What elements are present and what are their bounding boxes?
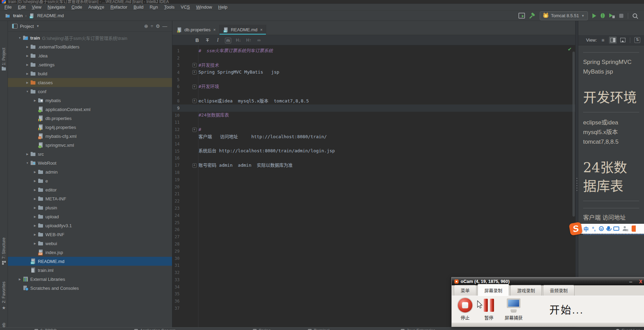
chevron-right-icon[interactable]: ▶ (24, 72, 30, 75)
tree-row-settings[interactable]: ▶.settings (8, 60, 172, 69)
statusbar-event-log[interactable]: Event Log (616, 328, 640, 330)
tool-window-icon[interactable] (518, 13, 525, 19)
chevron-right-icon[interactable]: ▶ (17, 278, 23, 281)
code-line-31[interactable] (198, 262, 575, 269)
locate-file-button[interactable]: ⊕ (144, 24, 148, 29)
tool-window-button-project[interactable]: 1: Project (0, 48, 8, 70)
italic-icon[interactable]: I (214, 37, 222, 43)
code-line-20[interactable] (198, 183, 575, 190)
chevron-right-icon[interactable]: ▶ (32, 242, 38, 245)
fold-end-icon[interactable]: ∧ (192, 163, 197, 168)
tree-row-meta-inf[interactable]: ▶META-INF (8, 194, 172, 203)
view-split-button[interactable] (609, 36, 617, 44)
run-with-coverage-button[interactable] (609, 13, 615, 18)
ocam-tab-item[interactable]: 游戏录制 (510, 285, 542, 296)
menu-item-file[interactable]: File (1, 4, 15, 10)
code-line-29[interactable] (198, 248, 575, 255)
tree-row-plusin[interactable]: ▶plusin (8, 203, 172, 212)
microphone-icon[interactable] (607, 226, 610, 230)
statusbar-item-spring[interactable]: Spring (253, 328, 271, 330)
code-line-12[interactable]: # (198, 126, 575, 133)
fold-collapse-icon[interactable]: ∨ (192, 85, 197, 89)
chevron-right-icon[interactable]: ▶ (32, 215, 38, 218)
tree-row-uploadifyv3-1[interactable]: ▶uploadifyv3.1 (8, 221, 172, 230)
breadcrumb-file[interactable]: README.md (37, 13, 64, 18)
emoji-icon[interactable] (599, 226, 604, 231)
menu-item-code[interactable]: Code (68, 4, 85, 10)
stop-button[interactable] (619, 14, 623, 18)
code-line-25[interactable] (198, 219, 575, 226)
debug-button[interactable] (601, 13, 605, 18)
tree-row-springmvc-xml[interactable]: springmvc.xml (8, 141, 172, 150)
tree-row-external-libraries[interactable]: ▶External Libraries (8, 275, 172, 284)
ocam-button-stop[interactable]: 停止 (457, 297, 473, 321)
collapse-all-button[interactable]: ÷ (151, 24, 153, 29)
code-line-15[interactable]: 系统后台 http://localhost:8080/train/admin/l… (198, 147, 575, 155)
tree-row-applicationcontext-xml[interactable]: applicationContext.xml (8, 105, 172, 114)
chevron-right-icon[interactable]: ▶ (32, 197, 38, 200)
tab-close-icon[interactable]: × (213, 28, 216, 32)
tree-row-train[interactable]: ▼trainG:\shejiing\基于ssm火车订票管理系统\train (8, 33, 172, 42)
sogou-logo-icon[interactable]: S (569, 222, 583, 236)
tree-row-build[interactable]: ▶build (8, 69, 172, 78)
code-line-30[interactable] (198, 255, 575, 262)
inspections-ok-icon[interactable]: ✔ (568, 46, 572, 52)
header-down-icon[interactable]: H↓ (234, 38, 243, 43)
run-configuration-select[interactable]: Tomcat 8.5.51 ▼ (540, 11, 588, 20)
code-line-2[interactable] (198, 55, 575, 62)
code-line-11[interactable] (198, 119, 575, 126)
code-line-21[interactable] (198, 190, 575, 198)
ocam-button-pause[interactable]: 暂停 (482, 297, 496, 321)
run-button[interactable] (592, 13, 596, 18)
code-line-5[interactable] (198, 76, 575, 83)
chevron-right-icon[interactable]: ▶ (32, 170, 38, 174)
chevron-right-icon[interactable]: ▶ (32, 188, 38, 191)
editor-tab-db-properties[interactable]: db.properties× (173, 25, 219, 35)
tree-row-log4j-properties[interactable]: log4j.properties (8, 123, 172, 132)
statusbar-item-application-servers[interactable]: Application Servers (134, 328, 175, 330)
statusbar-item-java-enterprise[interactable]: Java Enterprise (401, 328, 435, 330)
code-line-8[interactable]: eclipse或idea mysql5.x版本 tomcat7,8,8.5 (198, 98, 575, 105)
code-line-10[interactable]: #24张数据库表 (198, 112, 575, 119)
code-line-14[interactable] (198, 140, 575, 147)
ocam-tab-item[interactable]: 屏幕录制 (477, 284, 509, 296)
code-line-19[interactable] (198, 176, 575, 183)
editor-tab-readme-md[interactable]: MDREADME.md× (219, 25, 266, 35)
keyboard-icon[interactable] (613, 227, 619, 231)
menu-item-edit[interactable]: Edit (15, 4, 29, 10)
tree-row-idea[interactable]: ▶.idea (8, 51, 172, 60)
punctuation-icon[interactable]: °, (592, 226, 595, 232)
code-line-24[interactable] (198, 212, 575, 219)
tree-row-db-properties[interactable]: db.properties (8, 114, 172, 123)
menu-item-refactor[interactable]: Refactor (107, 4, 130, 10)
ocam-close-button[interactable]: X (639, 279, 642, 284)
ocam-minimize-button[interactable]: – (629, 278, 632, 284)
tree-row-index-jsp[interactable]: JSPindex.jsp (8, 248, 172, 257)
code-line-26[interactable] (198, 226, 575, 233)
code-line-27[interactable] (198, 233, 575, 241)
tree-row-externaltoolbuilders[interactable]: ▶.externalToolBuilders (8, 42, 172, 51)
ocam-tab-item[interactable]: 菜单 (454, 285, 476, 296)
splitter-handle-icon[interactable] (576, 177, 578, 192)
ocam-tab-item[interactable]: 音频录制 (543, 285, 575, 296)
chevron-right-icon[interactable]: ▶ (32, 179, 38, 183)
tree-row-webui[interactable]: ▶webui (8, 239, 172, 248)
code-line-13[interactable]: 客户端 访问地址 http://localhost:8080/train/ (198, 133, 575, 141)
chevron-right-icon[interactable]: ▶ (24, 54, 30, 57)
tree-row-scratches-and-consoles[interactable]: Scratches and Consoles (8, 284, 172, 293)
chevron-down-icon[interactable]: ▼ (36, 24, 39, 28)
code-line-17[interactable]: 账号密码 admin admin 实际以数据库为准 (198, 162, 575, 169)
fold-collapse-icon[interactable]: ∨ (192, 63, 197, 67)
chevron-right-icon[interactable]: ▶ (24, 63, 30, 66)
code-line-6[interactable]: #开发环境 (198, 83, 575, 90)
fold-end-icon[interactable]: ∧ (192, 99, 197, 103)
view-preview-only-button[interactable] (619, 36, 627, 44)
gear-icon[interactable]: ⚙ (155, 24, 160, 29)
tree-row-mybatis-cfg-xml[interactable]: <>mybatis-cfg.xml (8, 132, 172, 141)
chevron-down-icon[interactable]: ▼ (24, 162, 30, 165)
code-line-28[interactable] (198, 241, 575, 248)
menu-item-window[interactable]: Window (193, 4, 215, 10)
tree-row-editor[interactable]: ▶editor (8, 185, 172, 194)
code-span-icon[interactable]: m (224, 37, 232, 43)
menu-item-vcs[interactable]: VCS (178, 4, 193, 10)
